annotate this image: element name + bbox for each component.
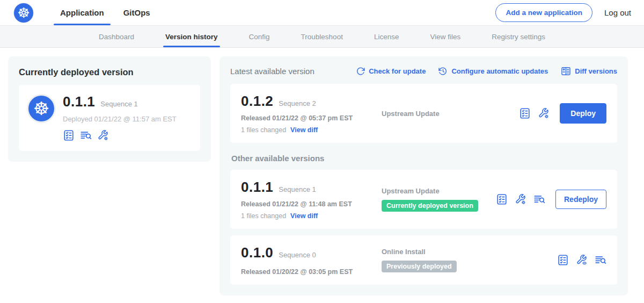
- version-source-label: Upstream Update: [382, 110, 519, 118]
- config-icon[interactable]: [538, 107, 550, 119]
- auto-update-clock-icon: [438, 67, 448, 76]
- released-timestamp: Released 01/21/22 @ 11:48 am EST: [241, 200, 382, 208]
- release-notes-icon[interactable]: [519, 107, 531, 119]
- top-nav: ☸ Application GitOps Add a new applicati…: [0, 0, 644, 25]
- configure-automatic-updates-label: Configure automatic updates: [451, 67, 548, 75]
- other-available-heading: Other available versions: [231, 154, 617, 163]
- deployed-version-number: 0.1.1: [63, 93, 95, 110]
- config-icon[interactable]: [515, 193, 526, 205]
- version-history-panel: Latest available version Check for updat…: [219, 56, 628, 295]
- config-icon[interactable]: [97, 129, 109, 141]
- view-files-icon[interactable]: [595, 254, 606, 266]
- version-source-label: Online Install: [382, 248, 557, 256]
- deployed-sequence-label: Sequence 1: [100, 100, 137, 108]
- diff-versions-link[interactable]: Diff versions: [561, 66, 617, 76]
- previously-deployed-badge: Previously deployed: [382, 261, 457, 272]
- currently-deployed-badge: Currently deployed version: [382, 200, 478, 212]
- logout-link[interactable]: Log out: [604, 8, 631, 17]
- currently-deployed-card: Currently deployed version ☸ 0.1.1 Seque…: [8, 56, 211, 162]
- check-for-update-label: Check for update: [369, 67, 426, 75]
- app-kubernetes-logo-icon: ☸: [28, 96, 54, 121]
- release-notes-icon[interactable]: [496, 193, 508, 205]
- top-nav-right: Add a new application Log out: [495, 0, 631, 25]
- add-application-button[interactable]: Add a new application: [495, 3, 592, 22]
- version-number: 0.1.1: [241, 179, 273, 196]
- version-card-0-1-0: 0.1.0 Sequence 0 Released 01/20/22 @ 03:…: [230, 235, 617, 285]
- sequence-label: Sequence 1: [279, 185, 316, 193]
- section-nav: Dashboard Version history Config Trouble…: [0, 25, 644, 48]
- files-changed-label: 1 files changed: [241, 212, 286, 220]
- tab-application[interactable]: Application: [50, 0, 114, 25]
- released-timestamp: Released 01/20/22 @ 03:05 pm EST: [241, 268, 382, 276]
- redeploy-button[interactable]: Redeploy: [555, 190, 606, 209]
- view-files-icon[interactable]: [533, 193, 545, 205]
- view-diff-link[interactable]: View diff: [290, 126, 318, 134]
- diff-icon: [561, 66, 571, 76]
- deployed-timestamp: Deployed 01/21/22 @ 11:57 am EST: [63, 115, 177, 123]
- sequence-label: Sequence 2: [279, 99, 316, 107]
- deploy-button[interactable]: Deploy: [560, 103, 606, 124]
- view-diff-link[interactable]: View diff: [290, 212, 318, 220]
- tab-version-history[interactable]: Version history: [165, 26, 218, 47]
- latest-available-heading: Latest available version: [230, 67, 314, 76]
- tab-license[interactable]: License: [374, 26, 399, 47]
- tab-troubleshoot[interactable]: Troubleshoot: [301, 26, 343, 47]
- tab-config[interactable]: Config: [249, 26, 270, 47]
- panel-actions: Check for update Configure automatic upd…: [356, 66, 617, 76]
- version-source-label: Upstream Update: [382, 187, 496, 195]
- tab-view-files[interactable]: View files: [430, 26, 460, 47]
- version-card-0-1-1: 0.1.1 Sequence 1 Released 01/21/22 @ 11:…: [230, 170, 617, 229]
- app-tabs: Application GitOps: [50, 0, 160, 25]
- currently-deployed-title: Currently deployed version: [19, 67, 200, 77]
- files-changed-label: 1 files changed: [241, 126, 286, 134]
- diff-versions-label: Diff versions: [575, 67, 617, 75]
- configure-automatic-updates-link[interactable]: Configure automatic updates: [438, 67, 548, 76]
- kubernetes-logo-icon: ☸: [14, 3, 33, 23]
- tab-registry-settings[interactable]: Registry settings: [492, 26, 545, 47]
- released-timestamp: Released 01/21/22 @ 05:37 pm EST: [241, 114, 382, 122]
- refresh-icon: [356, 67, 365, 76]
- version-card-0-1-2: 0.1.2 Sequence 2 Released 01/21/22 @ 05:…: [230, 84, 617, 143]
- tab-gitops[interactable]: GitOps: [114, 0, 160, 25]
- check-for-update-link[interactable]: Check for update: [356, 67, 426, 76]
- config-view-icon[interactable]: [576, 254, 588, 266]
- release-notes-icon[interactable]: [557, 254, 569, 266]
- view-files-icon[interactable]: [80, 129, 92, 141]
- version-number: 0.1.0: [241, 244, 273, 261]
- deployed-version-card: ☸ 0.1.1 Sequence 1 Deployed 01/21/22 @ 1…: [19, 85, 200, 151]
- main-content: Currently deployed version ☸ 0.1.1 Seque…: [0, 48, 644, 303]
- release-notes-icon[interactable]: [63, 129, 75, 141]
- tab-dashboard[interactable]: Dashboard: [99, 26, 134, 47]
- sequence-label: Sequence 0: [279, 251, 316, 259]
- version-number: 0.1.2: [241, 93, 273, 110]
